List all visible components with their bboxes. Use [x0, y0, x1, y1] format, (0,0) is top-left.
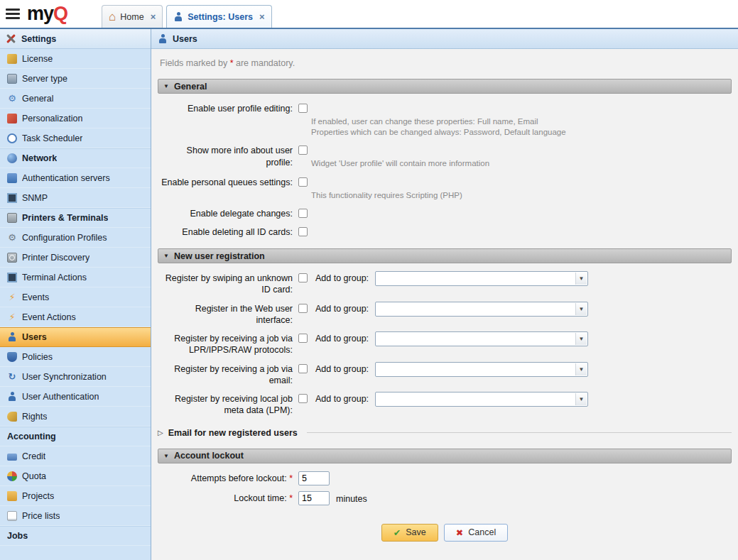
field-label: Register by receiving local job meta dat…	[158, 392, 298, 417]
field-label: Enable user profile editing:	[158, 101, 298, 114]
sidebar-item-configuration-profiles[interactable]: Configuration Profiles	[0, 228, 151, 248]
sidebar-item-snmp[interactable]: SNMP	[0, 188, 151, 208]
settings-sidebar: Settings License Server type General Per…	[0, 29, 151, 560]
sidebar-item-jobs[interactable]: Jobs	[0, 526, 151, 546]
field-label: Enable personal queues settings:	[158, 175, 298, 188]
lightning-icon	[7, 292, 17, 302]
sidebar-item-user-authentication[interactable]: User Authentication	[0, 387, 151, 407]
form-row: Show more info about user profile: Widge…	[158, 143, 732, 169]
section-general[interactable]: ▼ General	[158, 79, 732, 94]
sidebar-item-task-scheduler[interactable]: Task Scheduler	[0, 128, 151, 148]
sidebar-item-users[interactable]: Users	[0, 327, 151, 347]
field-label: Lockout time: *	[158, 491, 298, 504]
sidebar-item-label: Credit	[22, 451, 45, 461]
checkbox-register-by-receiving-a-job-via-lpr-ipps-raw-protocols[interactable]	[298, 334, 308, 343]
checkbox-register-by-receiving-a-job-via-email[interactable]	[298, 364, 308, 373]
sidebar-item-label: Accounting	[7, 432, 56, 441]
tab-settings-users[interactable]: Settings: Users ×	[166, 5, 271, 28]
server-icon	[7, 74, 17, 84]
sidebar-item-personalization[interactable]: Personalization	[0, 109, 151, 128]
sidebar-item-list: License Server type General Personalizat…	[0, 49, 151, 560]
sidebar-item-printer-discovery[interactable]: Printer Discovery	[0, 248, 151, 268]
sidebar-item-rights[interactable]: Rights	[0, 407, 151, 427]
checkbox-register-by-receiving-local-job-meta-data-lpm[interactable]	[298, 394, 308, 403]
sidebar-item-policies[interactable]: Policies	[0, 347, 151, 367]
form-row: Register by receiving a job via email: A…	[158, 362, 732, 387]
mandatory-star: *	[289, 493, 293, 503]
checkbox-enable-user-profile-editing[interactable]	[298, 104, 308, 113]
sidebar-item-label: Network	[22, 153, 57, 163]
add-to-group-label: Add to group:	[315, 364, 369, 374]
add-to-group-select-3[interactable]: ▼	[375, 331, 588, 346]
section-email-for-new-registered-users[interactable]: ▷ Email for new registered users	[158, 428, 732, 438]
sidebar-item-user-synchronization[interactable]: User Synchronization	[0, 367, 151, 387]
cancel-button-label: Cancel	[468, 527, 496, 537]
section-title-lockout: Account lockout	[174, 451, 244, 461]
auth-server-icon	[7, 173, 17, 183]
folder-icon	[7, 491, 17, 501]
sidebar-item-label: Rights	[22, 412, 47, 422]
checkbox-enable-personal-queues-settings[interactable]	[298, 177, 308, 187]
attempts-before-lockout-input[interactable]	[298, 471, 330, 485]
sidebar-item-general[interactable]: General	[0, 89, 151, 109]
help-text: This functionality requires Scripting (P…	[311, 190, 462, 201]
save-button[interactable]: ✔ Save	[381, 524, 438, 542]
add-to-group-select-2[interactable]: ▼	[375, 302, 588, 317]
section-account-lockout[interactable]: ▼ Account lockout	[158, 449, 732, 463]
checkbox-register-in-the-web-user-interface[interactable]	[298, 304, 308, 313]
form-row: Attempts before lockout: *	[158, 471, 732, 485]
sidebar-item-projects[interactable]: Projects	[0, 486, 151, 506]
tab-home[interactable]: Home ×	[102, 5, 163, 28]
app-window: myQ Home × Settings: Users × Settings Li…	[0, 0, 738, 560]
field-label: Enable deleting all ID cards:	[158, 225, 298, 238]
checkbox-enable-delegate-changes[interactable]	[298, 209, 308, 218]
printer-search-icon	[7, 253, 17, 263]
sidebar-item-events[interactable]: Events	[0, 287, 151, 307]
dropdown-arrow-icon[interactable]: ▼	[575, 363, 587, 375]
add-to-group-select-4[interactable]: ▼	[375, 362, 588, 377]
sidebar-item-event-actions[interactable]: Event Actions	[0, 307, 151, 327]
tab-close-icon[interactable]: ×	[151, 11, 156, 22]
sidebar-item-authentication-servers[interactable]: Authentication servers	[0, 168, 151, 188]
palette-icon	[7, 114, 17, 123]
add-to-group-select-5[interactable]: ▼	[375, 392, 588, 407]
menu-icon[interactable]	[6, 9, 20, 19]
checkbox-show-more-info-about-user-profile[interactable]	[298, 146, 308, 155]
printer-icon	[7, 213, 17, 223]
section-new-user-registration[interactable]: ▼ New user registration	[158, 248, 732, 263]
sync-icon	[7, 372, 17, 382]
sidebar-item-terminal-actions[interactable]: Terminal Actions	[0, 268, 151, 287]
clock-icon	[7, 133, 17, 143]
dropdown-arrow-icon[interactable]: ▼	[575, 333, 587, 345]
form-row: Register in the Web user interface: Add …	[158, 302, 732, 326]
dropdown-arrow-icon[interactable]: ▼	[575, 303, 587, 315]
registration-rows: Register by swiping an unknown ID card: …	[151, 271, 738, 417]
tab-close-icon[interactable]: ×	[259, 11, 265, 22]
sidebar-item-license[interactable]: License	[0, 49, 151, 69]
add-to-group-select-1[interactable]: ▼	[375, 271, 588, 286]
cancel-button[interactable]: ✖ Cancel	[444, 524, 508, 542]
sidebar-item-server-type[interactable]: Server type	[0, 69, 151, 89]
form-row: Register by receiving a job via LPR/IPPS…	[158, 331, 732, 356]
sidebar-item-accounting[interactable]: Accounting	[0, 427, 151, 446]
content-area: Users Fields marked by * are mandatory. …	[151, 29, 738, 560]
sidebar-item-label: User Synchronization	[22, 372, 107, 382]
sidebar-item-printers-terminals[interactable]: Printers & Terminals	[0, 208, 151, 228]
sidebar-item-quota[interactable]: Quota	[0, 466, 151, 486]
lockout-time-input[interactable]	[298, 491, 330, 505]
sidebar-item-price-lists[interactable]: Price lists	[0, 506, 151, 526]
dropdown-arrow-icon[interactable]: ▼	[575, 273, 587, 285]
checkbox-enable-deleting-all-id-cards[interactable]	[298, 227, 308, 236]
dropdown-arrow-icon[interactable]: ▼	[575, 393, 587, 405]
help-text: Properties which can be changed always: …	[311, 127, 566, 138]
sidebar-item-label: Personalization	[22, 114, 82, 123]
help-text: Widget 'User profile' will contain more …	[311, 158, 489, 169]
field-label: Register by swiping an unknown ID card:	[158, 271, 298, 296]
sidebar-item-network[interactable]: Network	[0, 148, 151, 168]
sidebar-item-credit[interactable]: Credit	[0, 446, 151, 466]
document-icon	[7, 511, 17, 521]
note-suffix: are mandatory.	[234, 58, 295, 68]
checkbox-register-by-swiping-an-unknown-id-card[interactable]	[298, 273, 308, 282]
form-row: Enable personal queues settings: This fu…	[158, 175, 732, 201]
field-label: Register by receiving a job via email:	[158, 362, 298, 387]
